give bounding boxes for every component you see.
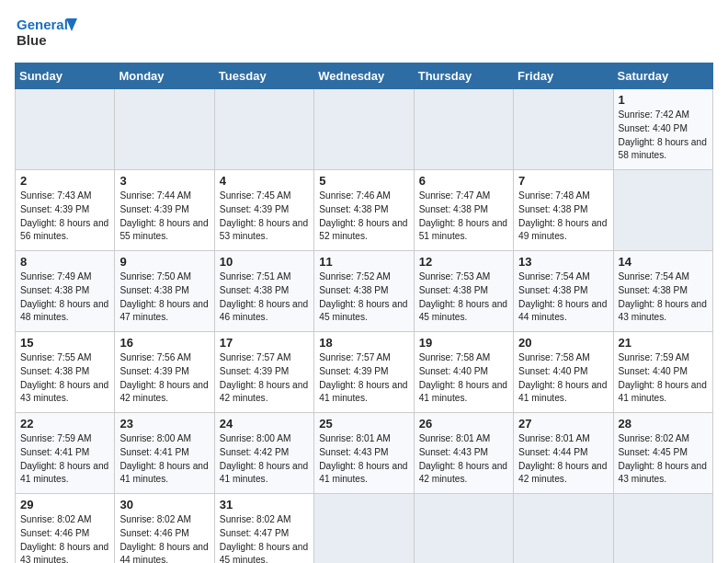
week-row-6: 29 Sunrise: 8:02 AM Sunset: 4:46 PM Dayl…	[16, 494, 713, 564]
sunrise-time: 8:02 AM	[157, 514, 191, 524]
sunrise-label: Sunrise:	[319, 271, 356, 282]
daylight-label: Daylight: 8 hours and 56 minutes.	[20, 218, 108, 242]
daylight-label: Daylight: 8 hours and 41 minutes.	[119, 461, 208, 485]
day-info: Sunrise: 7:53 AM Sunset: 4:38 PM Dayligh…	[419, 270, 508, 325]
day-info: Sunrise: 7:52 AM Sunset: 4:38 PM Dayligh…	[319, 270, 408, 325]
sunset-time: 4:39 PM	[254, 204, 289, 214]
sunset-time: 4:39 PM	[254, 366, 289, 376]
sunset-time: 4:39 PM	[54, 204, 89, 214]
calendar-cell	[16, 89, 115, 170]
sunset-time: 4:40 PM	[453, 366, 488, 376]
sunrise-label: Sunrise:	[619, 352, 655, 362]
daylight-label: Daylight: 8 hours and 45 minutes.	[220, 542, 308, 563]
sunrise-label: Sunrise:	[619, 433, 655, 443]
sunset-time: 4:40 PM	[553, 366, 588, 376]
svg-text:Blue: Blue	[17, 32, 47, 48]
day-info: Sunrise: 7:56 AM Sunset: 4:39 PM Dayligh…	[119, 351, 209, 406]
sunrise-time: 7:45 AM	[256, 190, 290, 201]
sunset-label: Sunset:	[319, 447, 353, 457]
sunset-label: Sunset:	[119, 204, 154, 214]
day-number: 21	[619, 336, 708, 350]
sunset-label: Sunset:	[119, 528, 154, 538]
sunrise-time: 7:53 AM	[456, 271, 490, 282]
calendar-cell: 19 Sunrise: 7:58 AM Sunset: 4:40 PM Dayl…	[414, 332, 513, 413]
calendar-cell	[613, 170, 712, 251]
col-header-sunday: Sunday	[16, 63, 115, 89]
sunrise-time: 8:01 AM	[456, 433, 490, 443]
sunrise-label: Sunrise:	[20, 190, 57, 201]
day-info: Sunrise: 7:54 AM Sunset: 4:38 PM Dayligh…	[518, 270, 608, 325]
sunset-time: 4:38 PM	[553, 204, 588, 214]
sunset-label: Sunset:	[319, 285, 353, 295]
day-number: 11	[319, 255, 408, 269]
sunrise-label: Sunrise:	[220, 514, 256, 524]
sunset-label: Sunset:	[119, 366, 154, 376]
sunrise-label: Sunrise:	[119, 514, 156, 524]
calendar-cell	[613, 494, 712, 564]
calendar-cell: 13 Sunrise: 7:54 AM Sunset: 4:38 PM Dayl…	[514, 251, 613, 332]
sunset-label: Sunset:	[518, 366, 552, 376]
day-info: Sunrise: 7:50 AM Sunset: 4:38 PM Dayligh…	[119, 270, 209, 325]
calendar-cell	[514, 494, 613, 564]
sunrise-label: Sunrise:	[319, 433, 356, 443]
sunrise-time: 7:54 AM	[655, 271, 689, 282]
sunset-label: Sunset:	[419, 285, 453, 295]
calendar-cell: 23 Sunrise: 8:00 AM Sunset: 4:41 PM Dayl…	[115, 413, 214, 494]
week-row-1: 1 Sunrise: 7:42 AM Sunset: 4:40 PM Dayli…	[16, 89, 713, 170]
sunset-time: 4:40 PM	[653, 123, 688, 133]
day-number: 20	[518, 336, 608, 350]
day-number: 6	[419, 174, 508, 188]
sunset-time: 4:43 PM	[354, 447, 389, 457]
daylight-label: Daylight: 8 hours and 42 minutes.	[220, 380, 308, 404]
day-number: 16	[119, 336, 209, 350]
daylight-label: Daylight: 8 hours and 53 minutes.	[220, 218, 308, 242]
calendar-cell: 8 Sunrise: 7:49 AM Sunset: 4:38 PM Dayli…	[16, 251, 115, 332]
calendar-cell: 26 Sunrise: 8:01 AM Sunset: 4:43 PM Dayl…	[414, 413, 513, 494]
day-info: Sunrise: 8:02 AM Sunset: 4:46 PM Dayligh…	[119, 513, 209, 563]
sunrise-label: Sunrise:	[518, 190, 555, 201]
sunrise-time: 7:47 AM	[456, 190, 490, 201]
daylight-label: Daylight: 8 hours and 41 minutes.	[20, 461, 108, 485]
sunrise-time: 7:42 AM	[655, 109, 689, 120]
week-row-2: 2 Sunrise: 7:43 AM Sunset: 4:39 PM Dayli…	[16, 170, 713, 251]
day-info: Sunrise: 7:58 AM Sunset: 4:40 PM Dayligh…	[419, 351, 508, 406]
sunset-label: Sunset:	[619, 285, 653, 295]
sunrise-label: Sunrise:	[220, 352, 256, 362]
sunrise-label: Sunrise:	[119, 190, 156, 201]
day-number: 12	[419, 255, 508, 269]
sunset-label: Sunset:	[518, 285, 552, 295]
calendar-table: SundayMondayTuesdayWednesdayThursdayFrid…	[15, 63, 713, 563]
col-header-tuesday: Tuesday	[214, 63, 313, 89]
sunrise-time: 7:51 AM	[256, 271, 290, 282]
sunset-label: Sunset:	[419, 447, 453, 457]
sunrise-time: 7:49 AM	[57, 271, 91, 282]
calendar-cell: 30 Sunrise: 8:02 AM Sunset: 4:46 PM Dayl…	[115, 494, 214, 564]
calendar-cell: 11 Sunrise: 7:52 AM Sunset: 4:38 PM Dayl…	[314, 251, 414, 332]
day-number: 17	[220, 336, 309, 350]
daylight-label: Daylight: 8 hours and 44 minutes.	[518, 299, 607, 323]
day-info: Sunrise: 7:49 AM Sunset: 4:38 PM Dayligh…	[20, 270, 109, 325]
sunset-time: 4:40 PM	[653, 366, 688, 376]
sunrise-label: Sunrise:	[419, 190, 456, 201]
sunrise-time: 7:58 AM	[456, 352, 490, 362]
daylight-label: Daylight: 8 hours and 45 minutes.	[419, 299, 507, 323]
col-header-friday: Friday	[514, 63, 613, 89]
day-info: Sunrise: 7:57 AM Sunset: 4:39 PM Dayligh…	[319, 351, 408, 406]
day-info: Sunrise: 8:01 AM Sunset: 4:44 PM Dayligh…	[518, 432, 608, 487]
day-number: 19	[419, 336, 508, 350]
sunrise-label: Sunrise:	[619, 271, 655, 282]
day-number: 5	[319, 174, 408, 188]
sunrise-label: Sunrise:	[20, 514, 57, 524]
sunrise-time: 8:00 AM	[256, 433, 290, 443]
day-number: 18	[319, 336, 408, 350]
week-row-5: 22 Sunrise: 7:59 AM Sunset: 4:41 PM Dayl…	[16, 413, 713, 494]
sunset-label: Sunset:	[319, 366, 353, 376]
day-info: Sunrise: 7:55 AM Sunset: 4:38 PM Dayligh…	[20, 351, 109, 406]
sunset-time: 4:47 PM	[254, 528, 289, 538]
daylight-label: Daylight: 8 hours and 47 minutes.	[119, 299, 208, 323]
sunset-time: 4:38 PM	[54, 285, 89, 295]
day-info: Sunrise: 7:58 AM Sunset: 4:40 PM Dayligh…	[518, 351, 608, 406]
daylight-label: Daylight: 8 hours and 46 minutes.	[220, 299, 308, 323]
calendar-cell: 7 Sunrise: 7:48 AM Sunset: 4:38 PM Dayli…	[514, 170, 613, 251]
sunset-time: 4:46 PM	[54, 528, 89, 538]
